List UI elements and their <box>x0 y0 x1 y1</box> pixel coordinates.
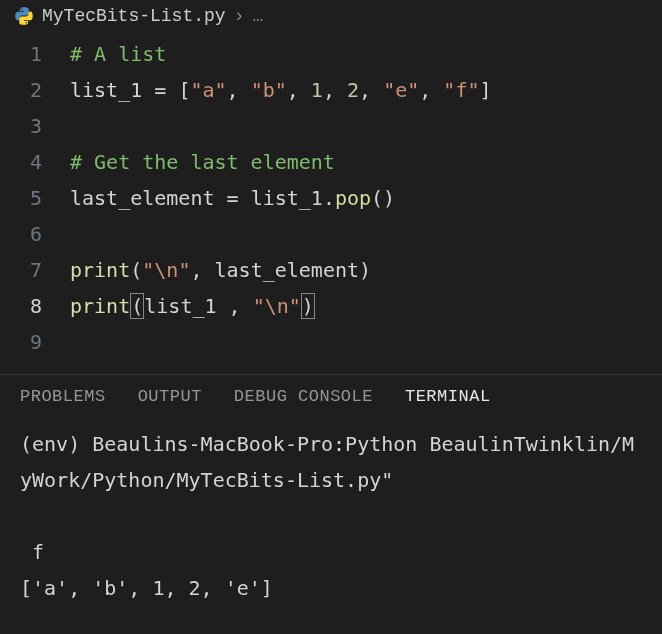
code-line[interactable]: 9 <box>0 324 662 360</box>
line-number: 4 <box>0 144 70 180</box>
line-number: 9 <box>0 324 70 360</box>
tab-terminal[interactable]: TERMINAL <box>405 387 491 406</box>
line-number: 3 <box>0 108 70 144</box>
terminal-output[interactable]: (env) Beaulins-MacBook-Pro:Python Beauli… <box>0 418 662 614</box>
code-line[interactable]: 2list_1 = ["a", "b", 1, 2, "e", "f"] <box>0 72 662 108</box>
code-line[interactable]: 6 <box>0 216 662 252</box>
code-content[interactable]: list_1 = ["a", "b", 1, 2, "e", "f"] <box>70 72 492 108</box>
tab-problems[interactable]: PROBLEMS <box>20 387 106 406</box>
tab-output[interactable]: OUTPUT <box>138 387 202 406</box>
breadcrumb: MyTecBits-List.py › … <box>0 0 662 32</box>
code-content[interactable]: last_element = list_1.pop() <box>70 180 395 216</box>
python-icon <box>14 6 34 26</box>
code-content[interactable]: # Get the last element <box>70 144 335 180</box>
code-line[interactable]: 5last_element = list_1.pop() <box>0 180 662 216</box>
code-content[interactable]: print("\n", last_element) <box>70 252 371 288</box>
line-number: 7 <box>0 252 70 288</box>
code-content[interactable]: # A list <box>70 36 166 72</box>
code-editor[interactable]: 1# A list2list_1 = ["a", "b", 1, 2, "e",… <box>0 32 662 364</box>
line-number: 5 <box>0 180 70 216</box>
line-number: 1 <box>0 36 70 72</box>
line-number: 8 <box>0 288 70 324</box>
code-line[interactable]: 3 <box>0 108 662 144</box>
bottom-panel: PROBLEMS OUTPUT DEBUG CONSOLE TERMINAL (… <box>0 374 662 614</box>
code-line[interactable]: 7print("\n", last_element) <box>0 252 662 288</box>
code-line[interactable]: 8print(list_1 , "\n") <box>0 288 662 324</box>
breadcrumb-filename[interactable]: MyTecBits-List.py <box>42 6 226 26</box>
tab-debug-console[interactable]: DEBUG CONSOLE <box>234 387 373 406</box>
line-number: 2 <box>0 72 70 108</box>
panel-tabs: PROBLEMS OUTPUT DEBUG CONSOLE TERMINAL <box>0 375 662 418</box>
chevron-right-icon: › <box>234 6 245 26</box>
line-number: 6 <box>0 216 70 252</box>
code-line[interactable]: 1# A list <box>0 36 662 72</box>
code-line[interactable]: 4# Get the last element <box>0 144 662 180</box>
code-content[interactable]: print(list_1 , "\n") <box>70 288 315 324</box>
breadcrumb-ellipsis[interactable]: … <box>252 6 263 26</box>
